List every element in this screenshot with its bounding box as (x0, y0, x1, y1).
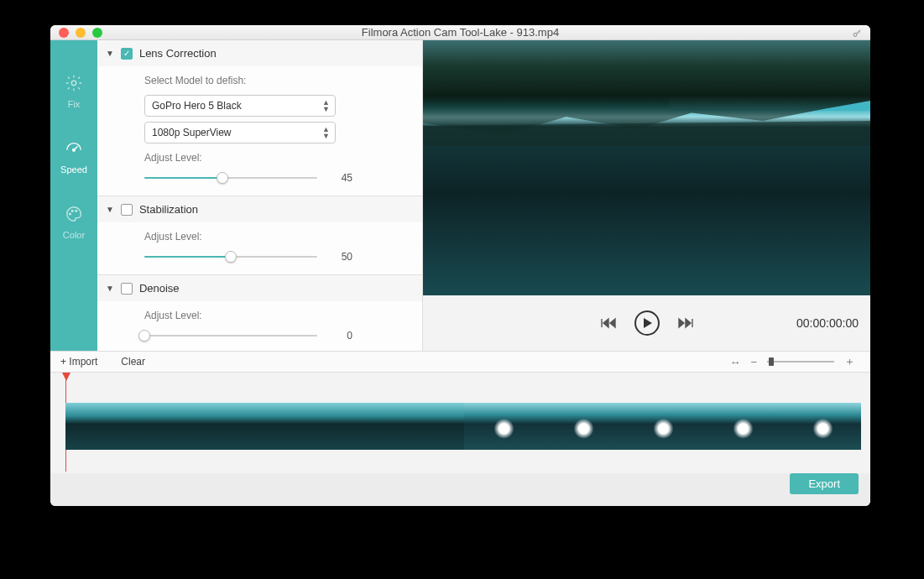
svg-point-3 (69, 213, 70, 215)
chevron-down-icon: ▼ (106, 284, 114, 293)
adjust-level-label: Adjust Level: (144, 231, 410, 243)
play-button[interactable] (634, 310, 660, 336)
zoom-out-button[interactable]: − (750, 356, 757, 368)
section-stabilization: ▼ Stabilization Adjust Level: 50 (97, 196, 422, 274)
timeline-frame (384, 403, 464, 450)
slider-stabilization-level[interactable] (144, 251, 317, 263)
video-preview[interactable] (423, 40, 870, 295)
import-button[interactable]: + Import (60, 356, 97, 368)
sidebar-item-label: Color (63, 230, 85, 240)
zoom-window-button[interactable] (92, 28, 102, 38)
section-lens-correction: ▼ Lens Correction Select Model to defish… (97, 40, 422, 196)
key-icon[interactable] (852, 29, 862, 41)
section-title: Stabilization (139, 203, 198, 216)
slider-lens-level[interactable] (144, 172, 317, 184)
playback-controls: 00:00:00:00 (423, 295, 870, 351)
gear-icon (65, 74, 83, 94)
timeline-frame (145, 403, 225, 450)
timecode: 00:00:00:00 (796, 316, 859, 330)
gauge-icon (65, 139, 83, 159)
svg-point-5 (76, 210, 77, 211)
skip-back-button[interactable] (599, 314, 618, 332)
window-title: Filmora Action Cam Tool-Lake - 913.mp4 (50, 26, 870, 39)
chevron-down-icon: ▼ (106, 49, 114, 58)
timeline-frame (544, 403, 624, 450)
section-header-stabilization[interactable]: ▼ Stabilization (97, 196, 422, 222)
checkbox-lens-correction[interactable] (121, 48, 133, 60)
export-button[interactable]: Export (790, 473, 859, 494)
slider-value: 0 (329, 330, 352, 342)
sidebar-item-label: Speed (60, 164, 87, 175)
adjust-level-label: Adjust Level: (144, 152, 410, 164)
sidebar-item-fix[interactable]: Fix (65, 74, 83, 109)
checkbox-denoise[interactable] (121, 283, 133, 295)
zoom-in-button[interactable]: ＋ (844, 354, 855, 369)
minimize-window-button[interactable] (76, 28, 86, 38)
timeline-clip[interactable] (65, 403, 861, 450)
defish-prompt: Select Model to defish: (144, 75, 410, 86)
app-window: Filmora Action Cam Tool-Lake - 913.mp4 F… (50, 25, 870, 506)
sidebar-item-label: Fix (68, 99, 81, 109)
section-denoise: ▼ Denoise Adjust Level: 0 (97, 274, 422, 351)
adjust-level-label: Adjust Level: (144, 310, 410, 321)
slider-value: 50 (329, 251, 352, 263)
skip-forward-button[interactable] (676, 314, 695, 332)
close-window-button[interactable] (59, 28, 69, 38)
timeline-frame (65, 403, 145, 450)
select-resolution[interactable]: 1080p SuperView ▲▼ (144, 122, 336, 143)
select-arrows-icon: ▲▼ (322, 126, 330, 139)
settings-panel: ▼ Lens Correction Select Model to defish… (97, 40, 423, 351)
select-value: 1080p SuperView (152, 127, 232, 138)
slider-denoise-level[interactable] (144, 330, 317, 342)
timeline-toolbar: + Import Clear ↔ − ＋ (50, 351, 870, 373)
preview-pane: 00:00:00:00 (423, 40, 870, 351)
section-title: Denoise (139, 282, 180, 295)
select-arrows-icon: ▲▼ (322, 99, 330, 112)
section-title: Lens Correction (139, 47, 217, 60)
section-header-denoise[interactable]: ▼ Denoise (97, 275, 422, 301)
timeline-frame (703, 403, 783, 450)
timeline-frame (624, 403, 703, 450)
section-header-lens[interactable]: ▼ Lens Correction (97, 40, 422, 66)
checkbox-stabilization[interactable] (121, 204, 133, 216)
sidebar: Fix Speed Color (50, 40, 97, 351)
select-value: GoPro Hero 5 Black (152, 100, 242, 112)
timeline-frame (305, 403, 384, 450)
svg-point-0 (854, 34, 857, 37)
timeline[interactable] (50, 373, 870, 473)
timeline-frame (225, 403, 305, 450)
zoom-slider[interactable] (767, 357, 834, 366)
footer: Export (50, 473, 870, 506)
chevron-down-icon: ▼ (106, 205, 114, 214)
slider-value: 45 (329, 172, 352, 184)
svg-point-1 (71, 81, 76, 86)
timeline-frame (464, 403, 544, 450)
clear-button[interactable]: Clear (121, 356, 145, 368)
sidebar-item-speed[interactable]: Speed (60, 139, 87, 175)
sidebar-item-color[interactable]: Color (63, 205, 85, 240)
timeline-frame (783, 403, 861, 450)
fit-width-icon[interactable]: ↔ (729, 356, 740, 368)
svg-point-4 (71, 210, 73, 211)
select-camera-model[interactable]: GoPro Hero 5 Black ▲▼ (144, 95, 336, 117)
titlebar: Filmora Action Cam Tool-Lake - 913.mp4 (50, 25, 870, 40)
palette-icon (65, 205, 83, 225)
